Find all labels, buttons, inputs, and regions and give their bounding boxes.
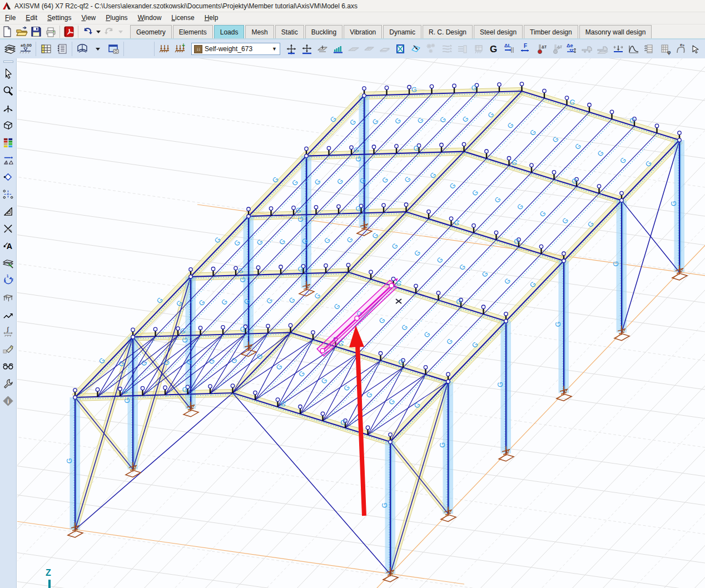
undo-dropdown-button[interactable] [95, 25, 102, 38]
vehicle-member-button[interactable] [579, 41, 595, 57]
section-segment-button[interactable]: ∫ [1, 325, 16, 340]
derived-beam-load-button[interactable] [408, 41, 424, 57]
parts-button[interactable] [1, 290, 16, 305]
length-fault-button[interactable]: ΔL [502, 41, 517, 57]
print-button[interactable] [43, 25, 58, 38]
chevron-down-icon: ▼ [272, 46, 279, 52]
menu-item-edit[interactable]: Edit [21, 12, 42, 24]
move-button[interactable] [1, 152, 16, 167]
slab-load-button[interactable] [377, 41, 393, 57]
tab-buckling[interactable]: Buckling [305, 25, 342, 38]
menu-item-license[interactable]: License [166, 12, 199, 24]
tank-load-button[interactable] [470, 41, 486, 57]
tab-loads[interactable]: Loads [214, 25, 245, 38]
svg-text:G: G [297, 217, 305, 222]
svg-text:e₀: e₀ [680, 43, 684, 47]
toolbar-drag-handle[interactable] [3, 61, 13, 63]
model-info-button[interactable]: i [1, 393, 16, 408]
polyline-button[interactable] [1, 307, 16, 322]
domain-line-load-button[interactable] [330, 41, 346, 57]
support-displacement-button[interactable]: Δe [564, 41, 579, 57]
select-cursor-icon [2, 68, 14, 79]
menu-item-file[interactable]: File [0, 12, 21, 24]
new-file-button[interactable] [0, 25, 14, 38]
delete-button[interactable] [1, 221, 16, 236]
influence-cursor-button[interactable] [688, 41, 704, 57]
color-coding-button[interactable] [1, 135, 16, 150]
svg-text:G: G [296, 207, 301, 215]
redo-dropdown-icon [115, 26, 127, 38]
report-maker-button[interactable] [54, 41, 69, 57]
dimension-lines-button[interactable] [1, 187, 16, 202]
search-button[interactable] [1, 342, 16, 357]
renumber-button[interactable]: 123 [1, 273, 16, 288]
tab-masonry-wall-design[interactable]: Masonry wall design [579, 25, 652, 38]
model-viewport[interactable]: GGGGGGGGGGGGGGGGGGGGGGGGGGGGGGGGGGGGGGGG… [17, 58, 705, 588]
open-file-button[interactable] [14, 25, 29, 38]
transform-button[interactable] [1, 170, 16, 185]
layers-button[interactable] [2, 41, 18, 57]
load-panel-button[interactable] [393, 41, 408, 57]
drawings-library-button[interactable] [75, 41, 90, 57]
snow-load-button[interactable]: ❋❋❋ [424, 41, 439, 57]
member-load-button[interactable] [299, 41, 315, 57]
wind-load-button[interactable] [439, 41, 455, 57]
dynamic-load-button[interactable] [626, 41, 642, 57]
tab-dynamic[interactable]: Dynamic [383, 25, 421, 38]
workplanes-button[interactable] [1, 118, 16, 133]
menu-item-help[interactable]: Help [200, 12, 224, 24]
table-browser-button[interactable] [38, 41, 54, 57]
tab-r-c-design[interactable]: R. C. Design [423, 25, 473, 38]
layer-manager-button[interactable] [1, 256, 16, 271]
nodal-load-button[interactable] [284, 41, 299, 57]
views-button[interactable] [1, 101, 16, 116]
tab-geometry[interactable]: Geometry [130, 25, 172, 38]
tab-vibration[interactable]: Vibration [344, 25, 382, 38]
tab-timber-design[interactable]: Timber design [524, 25, 578, 38]
imperfection-button[interactable]: e₀ [673, 41, 688, 57]
menu-item-settings[interactable]: Settings [42, 12, 76, 24]
imperfection-icon: e₀ [674, 43, 687, 55]
menu-item-window[interactable]: Window [133, 12, 167, 24]
tab-elements[interactable]: Elements [173, 25, 213, 38]
menu-item-view[interactable]: View [76, 12, 101, 24]
domain-load-button[interactable] [361, 41, 377, 57]
svg-text:G: G [181, 337, 189, 343]
display-options-button[interactable] [1, 359, 16, 374]
geometry-check-button[interactable] [1, 204, 16, 219]
surface-load-icon [347, 43, 360, 55]
moving-load-button[interactable] [610, 41, 626, 57]
select-cursor-button[interactable] [1, 66, 16, 81]
elevation-marker-button[interactable]: ±0.00 [18, 41, 33, 57]
tension-force-button[interactable]: F [517, 41, 533, 57]
redo-dropdown-button[interactable] [117, 25, 125, 38]
svg-text:❋: ❋ [431, 43, 435, 48]
self-weight-button[interactable]: G [486, 41, 502, 57]
surface-load-button[interactable] [346, 41, 361, 57]
save-to-drawings-button[interactable] [106, 41, 121, 57]
svg-text:G: G [355, 156, 363, 162]
load-case-combobox[interactable]: ↓↓ Self-weight_673 ▼ [191, 43, 280, 55]
seismic-load-button[interactable] [642, 41, 657, 57]
wind-wall-load-button[interactable] [455, 41, 470, 57]
annotate-button[interactable]: A [1, 238, 16, 253]
tab-mesh[interactable]: Mesh [245, 25, 274, 38]
thermal-surface-button[interactable]: ΔT [548, 41, 564, 57]
tab-static[interactable]: Static [275, 25, 304, 38]
model-canvas[interactable]: GGGGGGGGGGGGGGGGGGGGGGGGGGGGGGGGGGGGGGGG… [17, 58, 705, 588]
vehicle-surface-button[interactable] [595, 41, 610, 57]
thermal-member-button[interactable]: ΔT [533, 41, 548, 57]
menu-item-plugins[interactable]: Plugins [101, 12, 132, 24]
edge-load-button[interactable] [315, 41, 330, 57]
save-file-button[interactable] [29, 25, 43, 38]
pdf-export-button[interactable] [62, 25, 76, 38]
pushover-load-button[interactable]: φ [657, 41, 673, 57]
library-dropdown-button[interactable] [90, 41, 106, 57]
load-groups-button[interactable]: + [172, 41, 188, 57]
main-toolbar: GeometryElementsLoadsMeshStaticBucklingV… [0, 24, 705, 39]
load-cases-button[interactable] [157, 41, 172, 57]
tab-steel-design[interactable]: Steel design [474, 25, 523, 38]
options-button[interactable] [1, 376, 16, 391]
svg-text:G: G [123, 398, 131, 403]
zoom-button[interactable] [1, 83, 16, 98]
